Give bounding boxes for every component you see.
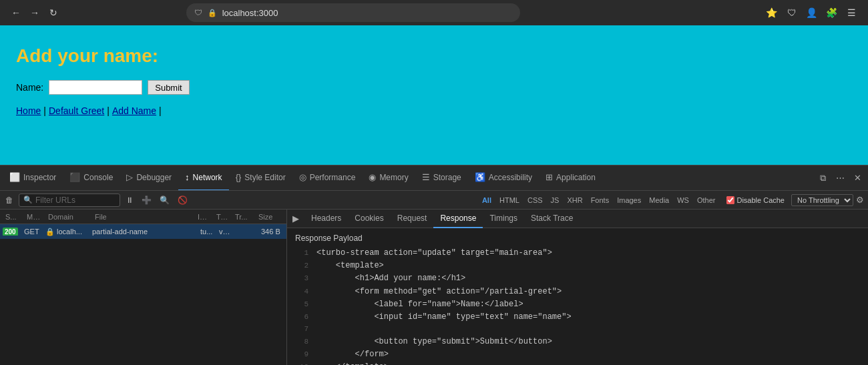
request-row[interactable]: 200 GET 🔒 localh... partial-add-name tu.… xyxy=(0,224,286,239)
code-line: 2 <template> xyxy=(287,260,868,272)
menu-btn[interactable]: ☰ xyxy=(844,5,860,21)
forward-button[interactable]: → xyxy=(27,5,43,21)
tab-style-editor[interactable]: {} Style Editor xyxy=(229,165,292,191)
col-type: Typ... xyxy=(214,213,232,221)
tab-network-label: Network xyxy=(193,173,222,182)
tab-storage-label: Storage xyxy=(433,173,461,182)
tab-storage[interactable]: ☰ Storage xyxy=(415,165,468,191)
tab-timings[interactable]: Timings xyxy=(483,210,524,228)
clear-requests-button[interactable]: 🗑 xyxy=(3,194,16,206)
dock-button[interactable]: ⧉ xyxy=(815,170,831,186)
code-line: 1<turbo-stream action="update" target="m… xyxy=(287,247,868,260)
col-status: S... xyxy=(3,213,24,221)
default-greet-link[interactable]: Default Greet xyxy=(49,105,104,116)
filter-fonts[interactable]: Fonts xyxy=(588,195,613,206)
expand-button[interactable]: ▶ xyxy=(290,212,302,225)
filter-html[interactable]: HTML xyxy=(496,195,523,206)
filter-images[interactable]: Images xyxy=(614,195,644,206)
network-filter-bar: 🗑 🔍 ⏸ ➕ 🔍 🚫 All HTML CSS JS XHR Fonts Im… xyxy=(0,191,868,210)
tab-debugger[interactable]: ▷ Debugger xyxy=(120,165,178,191)
tab-console[interactable]: ⬛ Console xyxy=(63,165,120,191)
filter-other[interactable]: Other xyxy=(694,195,719,206)
network-content: S... Me... Domain File Ini... Typ... Tr.… xyxy=(0,210,868,365)
devtools-actions: ⧉ ⋯ ✕ xyxy=(815,170,865,186)
browser-actions: ⭐ 🛡 👤 🧩 ☰ xyxy=(764,5,860,21)
more-button[interactable]: ⋯ xyxy=(832,170,848,186)
tab-cookies[interactable]: Cookies xyxy=(348,210,390,228)
nav-buttons: ← → ↻ xyxy=(8,5,61,21)
url-text: localhost:3000 xyxy=(222,8,512,18)
devtools-panel: ⬜ Inspector ⬛ Console ▷ Debugger ↕ Netwo… xyxy=(0,165,868,365)
add-name-link[interactable]: Add Name xyxy=(112,105,156,116)
filter-types: All HTML CSS JS XHR Fonts Images Media W… xyxy=(479,194,865,206)
tab-memory-label: Memory xyxy=(379,173,408,182)
code-line: 3 <h1>Add your name:</h1> xyxy=(287,272,868,285)
submit-button[interactable]: Submit xyxy=(148,80,189,95)
block-button[interactable]: 🚫 xyxy=(175,194,190,206)
back-button[interactable]: ← xyxy=(8,5,24,21)
pause-button[interactable]: ⏸ xyxy=(123,194,136,206)
response-content: Response Payload 1<turbo-stream action="… xyxy=(287,228,868,365)
close-devtools-button[interactable]: ✕ xyxy=(849,170,865,186)
search-button[interactable]: 🔍 xyxy=(157,194,172,206)
devtools-toolbar: ⬜ Inspector ⬛ Console ▷ Debugger ↕ Netwo… xyxy=(0,165,868,191)
filter-js[interactable]: JS xyxy=(548,195,563,206)
shield-btn[interactable]: 🛡 xyxy=(784,5,800,21)
tab-application[interactable]: ⊞ Application xyxy=(539,165,602,191)
filter-ws[interactable]: WS xyxy=(674,195,692,206)
col-transfer: Tr... xyxy=(232,213,256,221)
col-initiator: Ini... xyxy=(195,213,214,221)
tab-accessibility-label: Accessibility xyxy=(489,173,532,182)
filter-input[interactable] xyxy=(35,196,116,205)
address-bar[interactable]: 🛡 🔒 localhost:3000 xyxy=(186,3,520,22)
tab-style-editor-label: Style Editor xyxy=(244,173,285,182)
name-input[interactable] xyxy=(49,80,142,95)
extension-btn[interactable]: 🧩 xyxy=(824,5,840,21)
code-line: 7 xyxy=(287,324,868,336)
inspector-icon: ⬜ xyxy=(9,172,20,182)
reload-button[interactable]: ↻ xyxy=(45,5,61,21)
code-line: 6 <input id="name" type="text" name="nam… xyxy=(287,311,868,324)
page-title: Add your name: xyxy=(16,45,852,67)
bookmark-button[interactable]: ⭐ xyxy=(764,5,780,21)
name-label: Name: xyxy=(16,82,43,93)
filter-input-wrap: 🔍 xyxy=(19,194,120,207)
filter-css[interactable]: CSS xyxy=(524,195,546,206)
tab-headers[interactable]: Headers xyxy=(304,210,348,228)
tab-inspector[interactable]: ⬜ Inspector xyxy=(3,165,63,191)
req-file: partial-add-name xyxy=(89,228,198,236)
tab-inspector-label: Inspector xyxy=(23,173,56,182)
response-payload-label: Response Payload xyxy=(287,231,868,247)
requests-panel: S... Me... Domain File Ini... Typ... Tr.… xyxy=(0,210,287,365)
tab-console-label: Console xyxy=(83,173,113,182)
tab-network[interactable]: ↕ Network xyxy=(178,165,229,191)
code-line: 4 <form method="get" action="/partial-gr… xyxy=(287,286,868,298)
filter-xhr[interactable]: XHR xyxy=(564,195,586,206)
filter-media[interactable]: Media xyxy=(646,195,672,206)
tab-response[interactable]: Response xyxy=(433,210,483,228)
home-link[interactable]: Home xyxy=(16,105,41,116)
tab-performance-label: Performance xyxy=(310,173,356,182)
col-file: File xyxy=(92,213,195,221)
col-size: Size xyxy=(256,213,284,221)
tab-memory[interactable]: ◉ Memory xyxy=(362,165,415,191)
code-line: 5 <label for="name">Name:</label> xyxy=(287,298,868,311)
application-icon: ⊞ xyxy=(546,172,553,182)
throttle-select[interactable]: No Throttling xyxy=(791,194,853,206)
tab-request[interactable]: Request xyxy=(391,210,434,228)
style-editor-icon: {} xyxy=(236,172,242,182)
filter-all[interactable]: All xyxy=(479,195,495,206)
tab-stack-trace[interactable]: Stack Trace xyxy=(524,210,580,228)
network-icon: ↕ xyxy=(185,172,190,182)
network-settings-button[interactable]: ⚙ xyxy=(855,194,865,206)
tab-performance[interactable]: ◎ Performance xyxy=(292,165,363,191)
disable-cache-checkbox[interactable] xyxy=(726,196,734,204)
tab-accessibility[interactable]: ♿ Accessibility xyxy=(468,165,539,191)
req-type: vnd. 59... xyxy=(216,228,235,236)
account-btn[interactable]: 👤 xyxy=(804,5,820,21)
accessibility-icon: ♿ xyxy=(475,172,485,182)
requests-header: S... Me... Domain File Ini... Typ... Tr.… xyxy=(0,210,286,224)
add-filter-button[interactable]: ➕ xyxy=(139,194,154,206)
debugger-icon: ▷ xyxy=(126,172,133,182)
tab-debugger-label: Debugger xyxy=(136,173,172,182)
